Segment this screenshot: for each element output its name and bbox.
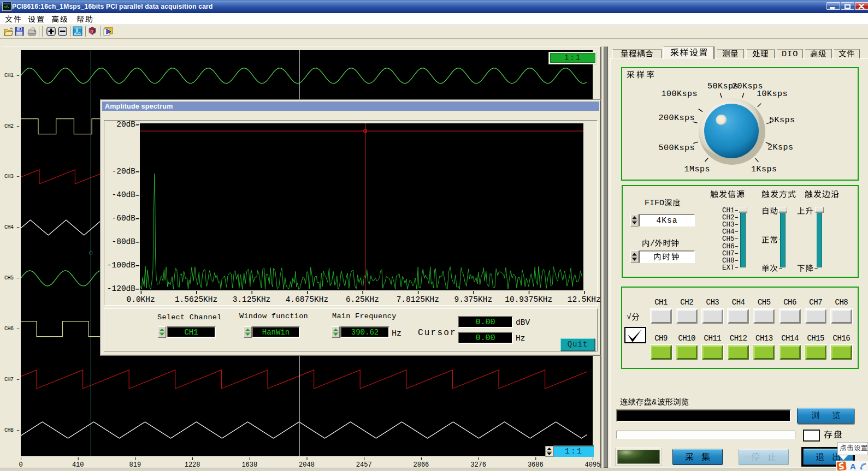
svg-text:A: A: [850, 462, 856, 471]
svg-text:/: /: [650, 239, 655, 248]
svg-text:O: O: [793, 49, 798, 59]
svg-text:&: &: [652, 397, 657, 407]
svg-text:I: I: [787, 49, 792, 59]
svg-text:D: D: [782, 49, 787, 59]
